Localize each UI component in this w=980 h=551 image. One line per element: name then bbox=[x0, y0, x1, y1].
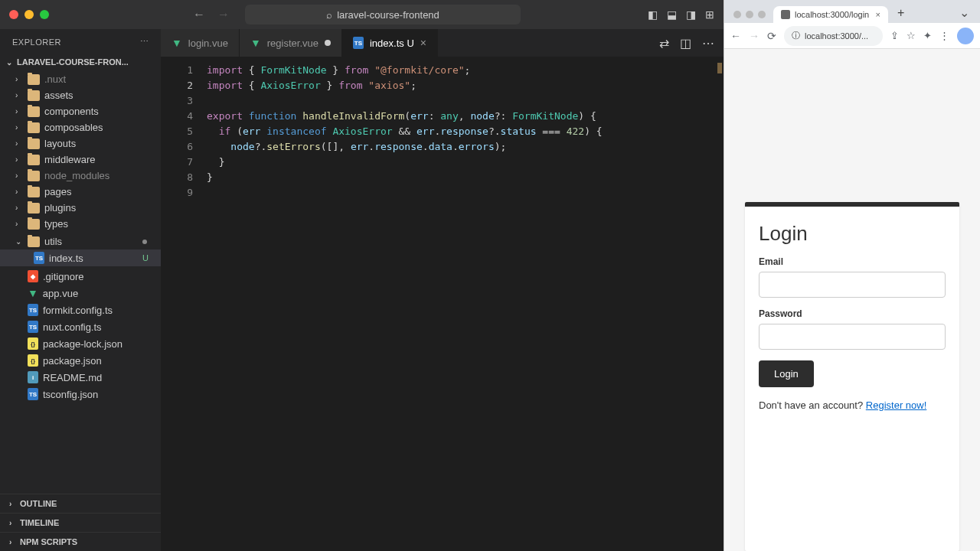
folder-assets[interactable]: ›assets bbox=[0, 87, 161, 103]
ts-file-icon: TS bbox=[28, 304, 38, 316]
close-tab-icon[interactable]: × bbox=[876, 10, 880, 19]
folder-icon bbox=[28, 171, 40, 181]
layout-sidebar-right-icon[interactable]: ◨ bbox=[686, 8, 696, 21]
folder-label: composables bbox=[44, 122, 103, 133]
npm-scripts-section[interactable]: › NPM SCRIPTS bbox=[0, 532, 161, 551]
root-files: ◆.gitignore▼app.vueTSformkit.config.tsTS… bbox=[0, 266, 161, 404]
file-README-md[interactable]: iREADME.md bbox=[0, 369, 161, 386]
file-nuxt-config-ts[interactable]: TSnuxt.config.ts bbox=[0, 318, 161, 335]
file-package-json[interactable]: {}package.json bbox=[0, 352, 161, 369]
browser-forward-icon[interactable]: → bbox=[749, 30, 760, 42]
folder-composables[interactable]: ›composables bbox=[0, 119, 161, 135]
layout-customize-icon[interactable]: ⊞ bbox=[705, 8, 714, 21]
outline-section[interactable]: › OUTLINE bbox=[0, 494, 161, 513]
folder-pages[interactable]: ›pages bbox=[0, 184, 161, 200]
folder-icon bbox=[28, 90, 40, 101]
file-formkit-config-ts[interactable]: TSformkit.config.ts bbox=[0, 302, 161, 318]
maximize-window[interactable] bbox=[40, 10, 49, 19]
browser-back-icon[interactable]: ← bbox=[730, 30, 741, 42]
nav-back-icon[interactable]: ← bbox=[193, 8, 205, 21]
git-status-badge: U bbox=[142, 253, 155, 262]
unsaved-dot-icon bbox=[325, 40, 331, 46]
file-package-lock-json[interactable]: {}package-lock.json bbox=[0, 335, 161, 352]
folder-.nuxt[interactable]: ›.nuxt bbox=[0, 71, 161, 87]
layout-panel-icon[interactable]: ⬓ bbox=[667, 8, 677, 21]
folder-icon bbox=[28, 203, 40, 214]
ts-file-icon: TS bbox=[28, 388, 38, 400]
ts-file-icon: TS bbox=[34, 252, 44, 264]
folder-icon bbox=[28, 74, 40, 85]
timeline-section[interactable]: › TIMELINE bbox=[0, 513, 161, 532]
nav-arrows: ← → bbox=[193, 8, 230, 21]
vue-file-icon: ▼ bbox=[28, 287, 38, 299]
split-editor-icon[interactable]: ◫ bbox=[680, 36, 691, 51]
login-card: Login Email Password Login Don't have an… bbox=[745, 202, 959, 551]
editor-actions: ⇄ ◫ ⋯ bbox=[659, 29, 724, 57]
folder-label: layouts bbox=[44, 138, 76, 149]
editor-area: ▼ login.vue ▼ register.vue TS index.ts U… bbox=[161, 29, 724, 551]
browser-traffic-lights bbox=[729, 11, 770, 23]
more-actions-icon[interactable]: ⋯ bbox=[702, 36, 714, 51]
password-field[interactable] bbox=[759, 324, 946, 350]
extensions-icon[interactable]: ✦ bbox=[923, 30, 932, 41]
register-link[interactable]: Register now! bbox=[866, 399, 926, 411]
folder-label: .nuxt bbox=[44, 73, 66, 85]
minimize-icon[interactable] bbox=[746, 11, 753, 18]
close-icon[interactable] bbox=[733, 11, 741, 18]
site-info-icon[interactable]: ⓘ bbox=[792, 30, 800, 41]
chevron-right-icon: › bbox=[9, 519, 17, 527]
minimize-window[interactable] bbox=[24, 10, 34, 19]
explorer-sidebar: EXPLORER ⋯ ⌄ LARAVEL-COURSE-FRON... ›.nu… bbox=[0, 29, 161, 551]
compare-icon[interactable]: ⇄ bbox=[659, 36, 669, 51]
profile-avatar[interactable] bbox=[957, 28, 974, 44]
ts-file-icon: TS bbox=[28, 321, 38, 333]
bookmark-icon[interactable]: ☆ bbox=[906, 30, 916, 41]
vue-file-icon: ▼ bbox=[172, 37, 182, 49]
project-header[interactable]: ⌄ LARAVEL-COURSE-FRON... bbox=[0, 54, 161, 70]
folder-components[interactable]: ›components bbox=[0, 103, 161, 119]
tab-index-ts[interactable]: TS index.ts U × bbox=[342, 29, 438, 57]
browser-reload-icon[interactable]: ⟳ bbox=[767, 30, 776, 42]
login-button[interactable]: Login bbox=[759, 360, 814, 387]
close-tab-icon[interactable]: × bbox=[420, 37, 426, 49]
code-content[interactable]: import { FormKitNode } from "@formkit/co… bbox=[207, 63, 724, 551]
folder-node_modules[interactable]: ›node_modules bbox=[0, 168, 161, 184]
tab-register[interactable]: ▼ register.vue bbox=[240, 29, 342, 57]
minimap[interactable] bbox=[713, 57, 724, 551]
folder-plugins[interactable]: ›plugins bbox=[0, 200, 161, 216]
folder-types[interactable]: ›types bbox=[0, 216, 161, 232]
layout-sidebar-left-icon[interactable]: ◧ bbox=[648, 8, 658, 21]
code-editor[interactable]: 1 2 3 4 5 6 7 8 9 import { FormKitNode }… bbox=[161, 57, 724, 551]
expand-tabs-icon[interactable]: ⌄ bbox=[953, 2, 975, 23]
nav-forward-icon[interactable]: → bbox=[217, 8, 230, 21]
folder-utils[interactable]: ⌄ utils bbox=[0, 233, 161, 249]
file-label: .gitignore bbox=[43, 271, 83, 282]
file-index-ts[interactable]: TS index.ts U bbox=[0, 249, 161, 266]
folder-middleware[interactable]: ›middleware bbox=[0, 152, 161, 168]
close-window[interactable] bbox=[9, 10, 18, 19]
file-label: README.md bbox=[43, 372, 102, 383]
tab-login[interactable]: ▼ login.vue bbox=[161, 29, 240, 57]
folder-icon bbox=[28, 122, 40, 133]
folder-label: pages bbox=[44, 186, 71, 197]
url-bar[interactable]: ⓘ localhost:3000/... bbox=[784, 26, 883, 46]
minimap-highlight bbox=[717, 63, 722, 73]
browser-tab[interactable]: localhost:3000/login × bbox=[773, 6, 888, 23]
maximize-icon[interactable] bbox=[758, 11, 766, 18]
email-field[interactable] bbox=[759, 272, 946, 298]
menu-icon[interactable]: ⋮ bbox=[939, 30, 949, 41]
project-name: laravel-course-frontend bbox=[337, 9, 439, 21]
login-title: Login bbox=[759, 222, 946, 246]
editor-tabs: ▼ login.vue ▼ register.vue TS index.ts U… bbox=[161, 29, 724, 57]
new-tab-button[interactable]: + bbox=[891, 3, 910, 23]
more-icon[interactable]: ⋯ bbox=[140, 37, 149, 47]
chevron-down-icon: ⌄ bbox=[6, 58, 14, 67]
chevron-right-icon: › bbox=[15, 75, 23, 83]
command-center[interactable]: ⌕ laravel-course-frontend bbox=[245, 5, 521, 24]
file--gitignore[interactable]: ◆.gitignore bbox=[0, 268, 161, 285]
file-app-vue[interactable]: ▼app.vue bbox=[0, 285, 161, 302]
share-icon[interactable]: ⇪ bbox=[890, 30, 899, 41]
folder-label: assets bbox=[44, 90, 74, 101]
file-tsconfig-json[interactable]: TStsconfig.json bbox=[0, 386, 161, 403]
folder-layouts[interactable]: ›layouts bbox=[0, 135, 161, 152]
